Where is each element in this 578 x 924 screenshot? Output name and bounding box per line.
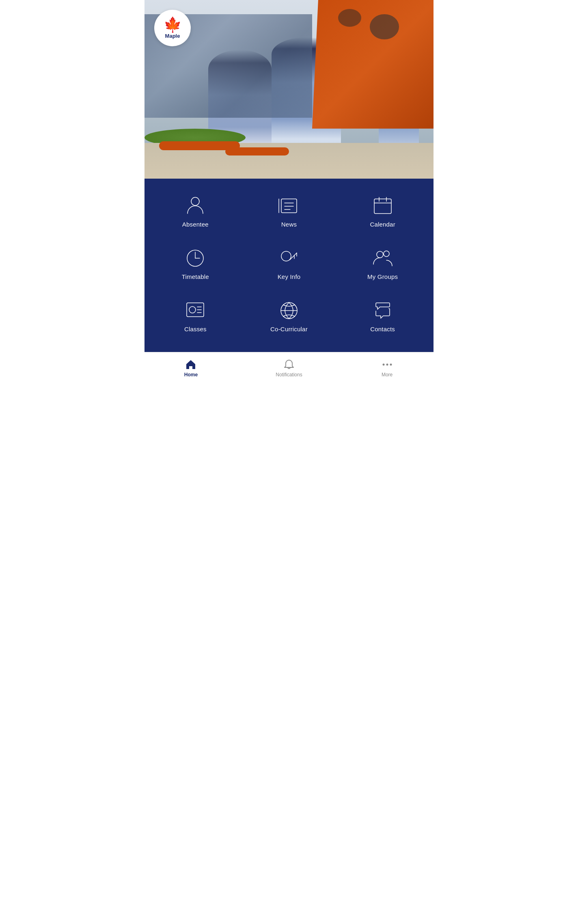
timetable-icon — [184, 247, 206, 269]
school-logo[interactable]: 🍁 Maple — [154, 10, 191, 46]
svg-point-16 — [377, 251, 383, 258]
svg-rect-1 — [281, 199, 297, 213]
menu-row-1: Absentee News — [149, 187, 429, 236]
menu-item-key-info[interactable]: Key Info — [242, 239, 336, 288]
menu-item-timetable[interactable]: Timetable — [149, 239, 242, 288]
menu-item-contacts[interactable]: Contacts — [336, 291, 429, 341]
key-icon — [278, 247, 300, 269]
menu-row-3: Classes Co-Curricular Con — [149, 291, 429, 341]
menu-grid: Absentee News — [144, 179, 434, 352]
svg-point-19 — [189, 307, 196, 313]
groups-icon — [372, 247, 394, 269]
svg-point-0 — [191, 197, 199, 205]
news-icon — [278, 195, 300, 217]
calendar-label: Calendar — [370, 221, 395, 228]
my-groups-label: My Groups — [367, 273, 398, 280]
co-curricular-icon — [278, 300, 300, 322]
key-info-label: Key Info — [278, 273, 301, 280]
contacts-icon — [372, 300, 394, 322]
home-tab-label: Home — [184, 372, 198, 378]
svg-point-17 — [384, 251, 389, 257]
classes-label: Classes — [184, 326, 207, 332]
menu-item-absentee[interactable]: Absentee — [149, 187, 242, 236]
tab-home[interactable]: Home — [175, 357, 207, 379]
contacts-label: Contacts — [370, 326, 395, 332]
more-icon — [382, 359, 393, 370]
svg-point-25 — [382, 364, 384, 366]
svg-rect-6 — [374, 199, 391, 214]
menu-item-news[interactable]: News — [242, 187, 336, 236]
menu-item-my-groups[interactable]: My Groups — [336, 239, 429, 288]
hero-image: 🍁 Maple — [144, 0, 434, 179]
building-window-2 — [338, 9, 361, 27]
tab-more[interactable]: More — [371, 357, 403, 379]
co-curricular-label: Co-Curricular — [270, 326, 308, 332]
news-label: News — [281, 221, 297, 228]
building-window-1 — [370, 14, 399, 39]
tab-notifications[interactable]: Notifications — [267, 357, 310, 379]
tab-bar: Home Notifications More — [144, 352, 434, 386]
absentee-label: Absentee — [182, 221, 209, 228]
menu-item-co-curricular[interactable]: Co-Curricular — [242, 291, 336, 341]
home-icon — [185, 359, 196, 370]
more-tab-label: More — [382, 372, 393, 378]
classes-icon — [184, 300, 206, 322]
notifications-tab-label: Notifications — [276, 372, 302, 378]
absentee-icon — [184, 195, 206, 217]
notifications-icon — [283, 359, 295, 370]
menu-item-classes[interactable]: Classes — [149, 291, 242, 341]
menu-row-2: Timetable Key Info — [149, 239, 429, 288]
timetable-label: Timetable — [182, 273, 209, 280]
school-name: Maple — [165, 33, 180, 39]
maple-leaf-icon: 🍁 — [164, 17, 182, 32]
svg-point-27 — [390, 364, 392, 366]
svg-point-26 — [386, 364, 388, 366]
calendar-icon — [372, 195, 394, 217]
svg-point-13 — [281, 251, 291, 261]
menu-item-calendar[interactable]: Calendar — [336, 187, 429, 236]
planter-2 — [225, 147, 289, 155]
